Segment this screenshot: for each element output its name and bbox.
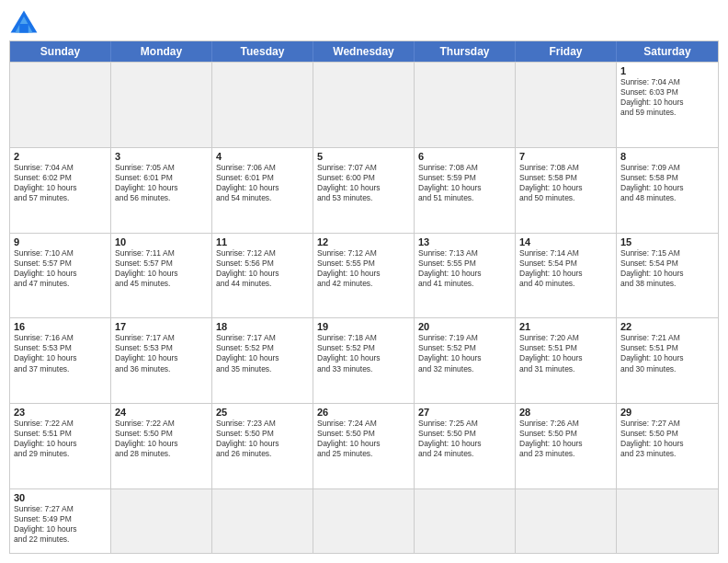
cal-cell-r1c2: 4Sunrise: 7:06 AM Sunset: 6:01 PM Daylig… <box>212 148 313 233</box>
cal-cell-r2c1: 10Sunrise: 7:11 AM Sunset: 5:57 PM Dayli… <box>111 234 212 318</box>
day-number: 19 <box>317 321 410 332</box>
day-number: 5 <box>317 151 410 162</box>
day-number: 2 <box>14 151 107 162</box>
day-number: 27 <box>418 407 511 418</box>
cell-info: Sunrise: 7:05 AM Sunset: 6:01 PM Dayligh… <box>115 163 208 203</box>
day-number: 17 <box>115 321 208 332</box>
cal-cell-r2c0: 9Sunrise: 7:10 AM Sunset: 5:57 PM Daylig… <box>10 234 111 318</box>
cal-cell-r1c3: 5Sunrise: 7:07 AM Sunset: 6:00 PM Daylig… <box>313 148 415 233</box>
cell-info: Sunrise: 7:24 AM Sunset: 5:50 PM Dayligh… <box>317 419 410 459</box>
cell-info: Sunrise: 7:12 AM Sunset: 5:56 PM Dayligh… <box>216 248 309 289</box>
cell-info: Sunrise: 7:11 AM Sunset: 5:57 PM Dayligh… <box>115 248 208 289</box>
cell-info: Sunrise: 7:08 AM Sunset: 5:59 PM Dayligh… <box>418 163 511 203</box>
calendar-row-1: 2Sunrise: 7:04 AM Sunset: 6:02 PM Daylig… <box>10 147 718 233</box>
cal-cell-r3c4: 20Sunrise: 7:19 AM Sunset: 5:52 PM Dayli… <box>415 318 516 403</box>
cal-cell-r5c5 <box>516 489 617 553</box>
cell-info: Sunrise: 7:17 AM Sunset: 5:52 PM Dayligh… <box>216 333 309 373</box>
cal-cell-r4c4: 27Sunrise: 7:25 AM Sunset: 5:50 PM Dayli… <box>415 404 516 488</box>
day-number: 29 <box>620 407 714 418</box>
cal-cell-r1c1: 3Sunrise: 7:05 AM Sunset: 6:01 PM Daylig… <box>111 148 212 233</box>
cell-info: Sunrise: 7:07 AM Sunset: 6:00 PM Dayligh… <box>317 163 410 203</box>
day-number: 8 <box>620 151 714 162</box>
cell-info: Sunrise: 7:06 AM Sunset: 6:01 PM Dayligh… <box>216 163 309 203</box>
cal-cell-r4c0: 23Sunrise: 7:22 AM Sunset: 5:51 PM Dayli… <box>10 404 111 488</box>
day-number: 21 <box>519 321 612 332</box>
cal-cell-r1c5: 7Sunrise: 7:08 AM Sunset: 5:58 PM Daylig… <box>516 148 617 233</box>
cal-cell-r2c3: 12Sunrise: 7:12 AM Sunset: 5:55 PM Dayli… <box>313 234 415 318</box>
cal-cell-r4c3: 26Sunrise: 7:24 AM Sunset: 5:50 PM Dayli… <box>313 404 415 488</box>
cal-cell-r2c5: 14Sunrise: 7:14 AM Sunset: 5:54 PM Dayli… <box>516 234 617 318</box>
cell-info: Sunrise: 7:25 AM Sunset: 5:50 PM Dayligh… <box>418 419 511 459</box>
cal-cell-r5c3 <box>313 489 415 553</box>
cell-info: Sunrise: 7:18 AM Sunset: 5:52 PM Dayligh… <box>317 333 410 373</box>
cal-cell-r2c2: 11Sunrise: 7:12 AM Sunset: 5:56 PM Dayli… <box>212 234 313 318</box>
cell-info: Sunrise: 7:10 AM Sunset: 5:57 PM Dayligh… <box>14 248 107 289</box>
cal-cell-r0c3 <box>313 63 415 147</box>
cal-cell-r1c0: 2Sunrise: 7:04 AM Sunset: 6:02 PM Daylig… <box>10 148 111 233</box>
day-number: 18 <box>216 321 309 332</box>
calendar-row-0: 1Sunrise: 7:04 AM Sunset: 6:03 PM Daylig… <box>10 62 718 147</box>
cell-info: Sunrise: 7:19 AM Sunset: 5:52 PM Dayligh… <box>418 333 511 373</box>
cal-cell-r5c0: 30Sunrise: 7:27 AM Sunset: 5:49 PM Dayli… <box>10 489 111 553</box>
cell-info: Sunrise: 7:09 AM Sunset: 5:58 PM Dayligh… <box>620 163 714 203</box>
calendar: SundayMondayTuesdayWednesdayThursdayFrid… <box>9 40 719 554</box>
cell-info: Sunrise: 7:20 AM Sunset: 5:51 PM Dayligh… <box>519 333 612 373</box>
day-number: 22 <box>620 321 714 332</box>
day-number: 7 <box>519 151 612 162</box>
cal-cell-r3c2: 18Sunrise: 7:17 AM Sunset: 5:52 PM Dayli… <box>212 318 313 403</box>
header <box>9 9 719 35</box>
day-number: 16 <box>14 321 107 332</box>
day-number: 28 <box>519 407 612 418</box>
cal-cell-r5c6 <box>617 489 718 553</box>
cal-cell-r1c4: 6Sunrise: 7:08 AM Sunset: 5:59 PM Daylig… <box>415 148 516 233</box>
day-number: 4 <box>216 151 309 162</box>
cal-cell-r2c4: 13Sunrise: 7:13 AM Sunset: 5:55 PM Dayli… <box>415 234 516 318</box>
day-header-monday: Monday <box>111 41 212 62</box>
cal-cell-r0c1 <box>111 63 212 147</box>
cell-info: Sunrise: 7:23 AM Sunset: 5:50 PM Dayligh… <box>216 419 309 459</box>
day-number: 11 <box>216 236 309 247</box>
day-number: 6 <box>418 151 511 162</box>
calendar-row-2: 9Sunrise: 7:10 AM Sunset: 5:57 PM Daylig… <box>10 233 718 318</box>
cal-cell-r4c1: 24Sunrise: 7:22 AM Sunset: 5:50 PM Dayli… <box>111 404 212 488</box>
cell-info: Sunrise: 7:16 AM Sunset: 5:53 PM Dayligh… <box>14 333 107 373</box>
cal-cell-r0c0 <box>10 63 111 147</box>
day-number: 23 <box>14 407 107 418</box>
cell-info: Sunrise: 7:15 AM Sunset: 5:54 PM Dayligh… <box>620 248 714 289</box>
cell-info: Sunrise: 7:04 AM Sunset: 6:02 PM Dayligh… <box>14 163 107 203</box>
day-number: 20 <box>418 321 511 332</box>
cal-cell-r0c5 <box>516 63 617 147</box>
cal-cell-r3c3: 19Sunrise: 7:18 AM Sunset: 5:52 PM Dayli… <box>313 318 415 403</box>
day-header-saturday: Saturday <box>617 41 718 62</box>
calendar-row-4: 23Sunrise: 7:22 AM Sunset: 5:51 PM Dayli… <box>10 403 718 488</box>
day-number: 30 <box>14 492 107 503</box>
day-number: 12 <box>317 236 410 247</box>
day-number: 13 <box>418 236 511 247</box>
cal-cell-r5c1 <box>111 489 212 553</box>
day-number: 15 <box>620 236 714 247</box>
cal-cell-r4c6: 29Sunrise: 7:27 AM Sunset: 5:50 PM Dayli… <box>617 404 718 488</box>
cell-info: Sunrise: 7:17 AM Sunset: 5:53 PM Dayligh… <box>115 333 208 373</box>
day-header-friday: Friday <box>516 41 617 62</box>
cell-info: Sunrise: 7:26 AM Sunset: 5:50 PM Dayligh… <box>519 419 612 459</box>
cal-cell-r4c2: 25Sunrise: 7:23 AM Sunset: 5:50 PM Dayli… <box>212 404 313 488</box>
cell-info: Sunrise: 7:08 AM Sunset: 5:58 PM Dayligh… <box>519 163 612 203</box>
day-header-sunday: Sunday <box>10 41 111 62</box>
cell-info: Sunrise: 7:27 AM Sunset: 5:50 PM Dayligh… <box>620 419 714 459</box>
day-header-tuesday: Tuesday <box>212 41 313 62</box>
cell-info: Sunrise: 7:21 AM Sunset: 5:51 PM Dayligh… <box>620 333 714 373</box>
cell-info: Sunrise: 7:22 AM Sunset: 5:51 PM Dayligh… <box>14 419 107 459</box>
cal-cell-r3c1: 17Sunrise: 7:17 AM Sunset: 5:53 PM Dayli… <box>111 318 212 403</box>
logo <box>9 9 42 35</box>
calendar-header: SundayMondayTuesdayWednesdayThursdayFrid… <box>10 41 718 62</box>
day-number: 1 <box>620 65 714 76</box>
cal-cell-r5c4 <box>415 489 516 553</box>
day-number: 26 <box>317 407 410 418</box>
cell-info: Sunrise: 7:22 AM Sunset: 5:50 PM Dayligh… <box>115 419 208 459</box>
day-number: 14 <box>519 236 612 247</box>
cal-cell-r3c6: 22Sunrise: 7:21 AM Sunset: 5:51 PM Dayli… <box>617 318 718 403</box>
day-number: 24 <box>115 407 208 418</box>
cal-cell-r3c5: 21Sunrise: 7:20 AM Sunset: 5:51 PM Dayli… <box>516 318 617 403</box>
cal-cell-r1c6: 8Sunrise: 7:09 AM Sunset: 5:58 PM Daylig… <box>617 148 718 233</box>
cal-cell-r0c4 <box>415 63 516 147</box>
